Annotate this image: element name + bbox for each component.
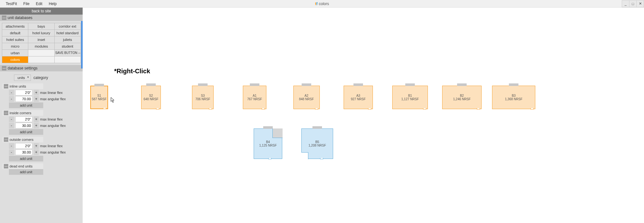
- db-item[interactable]: default: [2, 30, 28, 36]
- back-to-site-button[interactable]: back to site: [0, 8, 83, 15]
- unit-card[interactable]: A2 848 NRSF: [293, 86, 320, 109]
- unit-card[interactable]: A1 767 NRSF: [243, 86, 266, 109]
- collapse-icon[interactable]: —: [4, 164, 8, 168]
- increment-button[interactable]: +: [34, 90, 39, 95]
- db-item[interactable]: hotel standard: [55, 30, 80, 36]
- door-icon: [263, 126, 273, 129]
- decrement-button[interactable]: -: [9, 149, 14, 155]
- increment-button[interactable]: +: [34, 123, 39, 128]
- subgroup-header[interactable]: — outside corners: [3, 137, 43, 142]
- database-settings-header[interactable]: — database settings: [0, 65, 83, 71]
- section-title: database settings: [8, 66, 38, 70]
- canvas[interactable]: *Right-Click S1 587 NRSF S2 648 NRSF S3 …: [83, 8, 644, 223]
- unit-area: 1,208 NRSF: [308, 144, 326, 147]
- decrement-button[interactable]: -: [9, 143, 14, 149]
- unit-name: B2: [460, 94, 464, 97]
- increment-button[interactable]: +: [34, 143, 39, 149]
- db-item[interactable]: SAVE BUTTON --: [55, 50, 80, 56]
- unit-card[interactable]: S1 587 NRSF: [90, 86, 108, 109]
- menubar: TestFit File Edit Help tf colors _ □ ✕: [0, 0, 644, 8]
- value-input[interactable]: [15, 90, 32, 95]
- value-input[interactable]: [15, 116, 32, 122]
- menu-file[interactable]: File: [20, 0, 32, 7]
- decrement-button[interactable]: -: [9, 123, 14, 128]
- unit-area: 848 NRSF: [299, 97, 314, 101]
- decrement-button[interactable]: -: [9, 96, 14, 102]
- unit-card[interactable]: S2 648 NRSF: [141, 86, 161, 109]
- unit-name: B3: [512, 94, 516, 97]
- value-input[interactable]: [15, 143, 32, 149]
- unit-card[interactable]: B2 1,246 NRSF: [442, 86, 482, 109]
- unit-card[interactable]: A3 927 NRSF: [344, 86, 373, 109]
- db-item[interactable]: urban: [2, 50, 28, 56]
- db-item[interactable]: inset: [28, 36, 54, 43]
- db-item[interactable]: hotel luxury: [28, 30, 54, 36]
- db-item[interactable]: micro: [2, 43, 28, 49]
- door-icon: [103, 108, 106, 109]
- value-input[interactable]: [15, 149, 32, 155]
- unit-card[interactable]: B1 1,127 NRSF: [392, 86, 428, 109]
- add-unit-button[interactable]: add unit: [9, 129, 43, 135]
- close-button[interactable]: ✕: [636, 0, 644, 7]
- collapse-icon[interactable]: —: [2, 16, 6, 20]
- unit-database-grid: attachmentsbayscorridor extdefaulthotel …: [2, 23, 81, 63]
- door-icon: [368, 108, 371, 109]
- unit-area: 1,246 NRSF: [453, 97, 470, 101]
- increment-button[interactable]: +: [34, 149, 39, 155]
- db-item[interactable]: modules: [28, 43, 54, 49]
- subgroup-title: inline units: [10, 84, 26, 88]
- collapse-icon[interactable]: —: [2, 66, 6, 70]
- db-item[interactable]: colors: [2, 56, 28, 63]
- collapse-icon[interactable]: —: [4, 137, 8, 142]
- door-icon: [250, 83, 259, 86]
- sidebar: back to site — unit databases attachment…: [0, 8, 83, 223]
- unit-card-b5[interactable]: B5 1,208 NRSF: [301, 128, 333, 159]
- db-item[interactable]: attachments: [2, 23, 28, 30]
- collapse-icon[interactable]: —: [4, 84, 8, 89]
- unit-area: 1,125 NRSF: [259, 144, 277, 147]
- add-unit-button[interactable]: add unit: [9, 156, 43, 161]
- menu-help[interactable]: Help: [45, 0, 60, 7]
- unit-card-b4[interactable]: B4 1,125 NRSF: [254, 128, 282, 159]
- door-icon: [198, 83, 208, 86]
- unit-card[interactable]: B3 1,368 NRSF: [492, 86, 535, 109]
- decrement-button[interactable]: -: [9, 90, 14, 95]
- unit-area: 927 NRSF: [351, 97, 366, 101]
- subgroup-header[interactable]: — inside corners: [3, 110, 43, 116]
- menu-testfit[interactable]: TestFit: [3, 0, 20, 7]
- minimize-button[interactable]: _: [622, 0, 629, 7]
- increment-button[interactable]: +: [34, 96, 39, 102]
- maximize-button[interactable]: □: [629, 0, 637, 7]
- unit-name: S2: [149, 94, 153, 97]
- annotation-right-click: *Right-Click: [114, 68, 150, 75]
- add-unit-button[interactable]: add unit: [9, 169, 43, 175]
- door-icon: [268, 158, 271, 159]
- value-input[interactable]: [15, 123, 32, 128]
- document-name: colors: [319, 2, 329, 6]
- db-item[interactable]: student: [55, 43, 80, 49]
- unit-area: 648 NRSF: [144, 97, 159, 101]
- increment-button[interactable]: +: [34, 116, 39, 122]
- db-item[interactable]: juliets: [55, 36, 80, 43]
- param-label: max linear flex: [40, 91, 63, 95]
- subgroup-header[interactable]: — inline units: [3, 83, 43, 89]
- unit-area: 587 NRSF: [92, 97, 107, 101]
- add-unit-button[interactable]: add unit: [9, 102, 43, 108]
- subgroup-header[interactable]: — dead end units: [3, 163, 43, 169]
- value-input[interactable]: [15, 96, 32, 102]
- cursor-icon: [111, 97, 115, 103]
- db-item[interactable]: bays: [28, 23, 54, 30]
- param-label: max linear flex: [40, 117, 63, 121]
- unit-name: B5: [315, 140, 319, 144]
- notch-icon: [272, 128, 283, 138]
- db-item[interactable]: corridor ext: [55, 23, 80, 30]
- unit-card[interactable]: S3 706 NRSF: [192, 86, 214, 109]
- db-item[interactable]: hotel suites: [2, 36, 28, 43]
- decrement-button[interactable]: -: [9, 116, 14, 122]
- menu-edit[interactable]: Edit: [33, 0, 46, 7]
- unit-databases-header[interactable]: — unit databases: [0, 15, 83, 21]
- category-select[interactable]: units: [14, 75, 31, 81]
- door-icon: [457, 83, 467, 86]
- subgroup-title: outside corners: [10, 138, 33, 141]
- collapse-icon[interactable]: —: [4, 111, 8, 115]
